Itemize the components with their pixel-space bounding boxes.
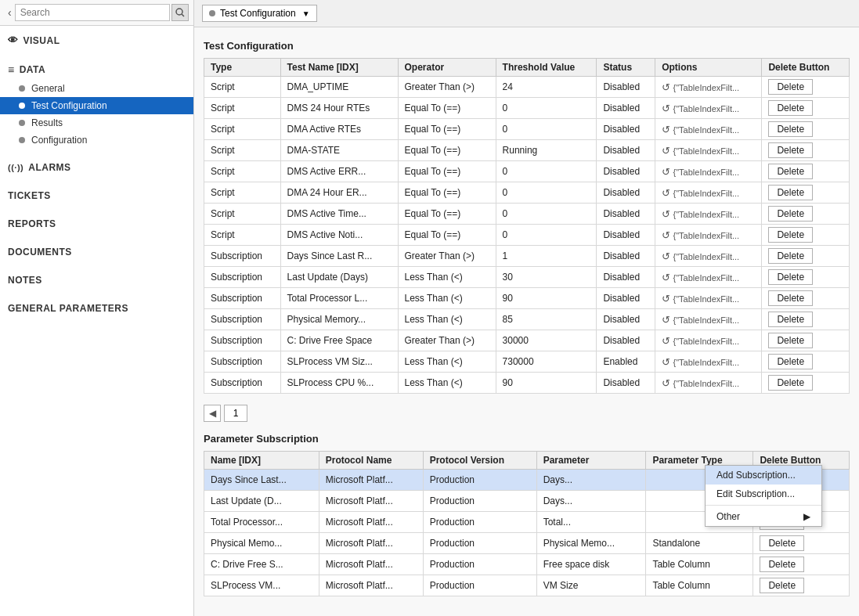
cell-threshold: 30 [496, 267, 597, 288]
refresh-icon[interactable]: ↺ [662, 166, 670, 178]
submenu-arrow-icon: ▶ [803, 511, 810, 522]
table-row: Script DMS 24 Hour RTEs Equal To (==) 0 … [204, 98, 850, 119]
delete-button[interactable]: Delete [768, 121, 813, 137]
delete-button[interactable]: Delete [768, 79, 813, 95]
cell-test-name: DMA 24 Hour ER... [280, 182, 398, 204]
delete-button[interactable]: Delete [768, 290, 813, 306]
cell-test-name: DMA-STATE [280, 140, 398, 161]
cell-status: Disabled [597, 77, 655, 98]
options-value: {"TableIndexFilt... [673, 358, 740, 367]
data-label: DATA [20, 64, 46, 75]
delete-button[interactable]: Delete [768, 206, 813, 222]
cell-delete: Delete [762, 119, 850, 140]
delete-button[interactable]: Delete [768, 333, 813, 348]
back-button[interactable]: ‹ [5, 3, 15, 22]
cell-operator: Greater Than (>) [398, 77, 496, 98]
cell-options: ↺ {"TableIndexFilt... [655, 204, 762, 225]
delete-button[interactable]: Delete [760, 557, 804, 572]
sidebar-item-data[interactable]: ≡ DATA [0, 59, 193, 80]
cell-protocol-version: Production [423, 554, 536, 575]
refresh-icon[interactable]: ↺ [662, 293, 670, 304]
cell-status: Enabled [597, 351, 655, 373]
options-value: {"TableIndexFilt... [673, 104, 740, 113]
nav-section-visual: 👁 VISUAL [0, 26, 193, 55]
sidebar-item-alarms[interactable]: ((·)) ALARMS [0, 158, 193, 177]
context-menu-item-add-subscription[interactable]: Add Subscription... [706, 466, 821, 485]
delete-button[interactable]: Delete [768, 312, 813, 327]
delete-button[interactable]: Delete [768, 164, 813, 179]
th-options: Options [655, 59, 762, 77]
documents-label: DOCUMENTS [8, 247, 72, 258]
search-input[interactable] [15, 4, 170, 21]
cell-status: Disabled [597, 119, 655, 140]
delete-button[interactable]: Delete [760, 578, 804, 593]
sidebar-item-general[interactable]: General [0, 80, 193, 97]
cell-name: Total Processor... [204, 512, 319, 533]
cell-operator: Greater Than (>) [398, 330, 496, 351]
sidebar-item-test-configuration[interactable]: Test Configuration [0, 97, 193, 114]
cell-type: Script [204, 77, 281, 98]
sidebar-item-tickets[interactable]: TICKETS [0, 186, 193, 205]
sidebar-item-visual[interactable]: 👁 VISUAL [0, 31, 193, 50]
config-dot [209, 10, 215, 16]
table-row: Subscription Last Update (Days) Less Tha… [204, 267, 850, 288]
refresh-icon[interactable]: ↺ [662, 124, 670, 135]
sidebar-item-general-parameters[interactable]: GENERAL PARAMETERS [0, 299, 193, 318]
refresh-icon[interactable]: ↺ [662, 208, 670, 220]
delete-button[interactable]: Delete [760, 535, 804, 551]
delete-button[interactable]: Delete [768, 185, 813, 200]
delete-button[interactable]: Delete [768, 227, 813, 243]
cell-threshold: 30000 [496, 330, 597, 351]
refresh-icon[interactable]: ↺ [662, 377, 670, 389]
context-menu-item-other[interactable]: Other ▶ [706, 507, 821, 526]
refresh-icon[interactable]: ↺ [662, 356, 670, 368]
context-menu: Add Subscription... Edit Subscription...… [705, 465, 822, 527]
delete-button[interactable]: Delete [768, 269, 813, 285]
delete-button[interactable]: Delete [768, 354, 813, 369]
test-config-section-title: Test Configuration [204, 40, 850, 52]
general-label: General [31, 83, 65, 94]
cell-threshold: 90 [496, 373, 597, 394]
refresh-icon[interactable]: ↺ [662, 229, 670, 241]
delete-button[interactable]: Delete [768, 100, 813, 116]
refresh-icon[interactable]: ↺ [662, 187, 670, 199]
config-dropdown[interactable]: Test Configuration ▼ [202, 5, 317, 22]
delete-button[interactable]: Delete [768, 248, 813, 264]
cell-options: ↺ {"TableIndexFilt... [655, 161, 762, 182]
sidebar-item-notes[interactable]: NOTES [0, 271, 193, 290]
refresh-icon[interactable]: ↺ [662, 145, 670, 157]
cell-options: ↺ {"TableIndexFilt... [655, 351, 762, 373]
refresh-icon[interactable]: ↺ [662, 250, 670, 262]
cell-protocol-name: Microsoft Platf... [319, 554, 423, 575]
sidebar-item-reports[interactable]: REPORTS [0, 214, 193, 233]
other-label: Other [716, 511, 740, 522]
refresh-icon[interactable]: ↺ [662, 335, 670, 347]
delete-button[interactable]: Delete [768, 375, 813, 391]
cell-delete: Delete [762, 161, 850, 182]
context-menu-item-edit-subscription[interactable]: Edit Subscription... [706, 485, 821, 503]
cell-threshold: 0 [496, 225, 597, 246]
th-protocol-version: Protocol Version [423, 452, 536, 470]
delete-button[interactable]: Delete [768, 142, 813, 158]
cell-type: Script [204, 225, 281, 246]
refresh-icon[interactable]: ↺ [662, 103, 670, 114]
refresh-icon[interactable]: ↺ [662, 272, 670, 283]
sidebar-item-configuration[interactable]: Configuration [0, 131, 193, 149]
cell-type: Subscription [204, 351, 281, 373]
sidebar-item-documents[interactable]: DOCUMENTS [0, 243, 193, 261]
cell-options: ↺ {"TableIndexFilt... [655, 373, 762, 394]
prev-page-button[interactable]: ◀ [204, 405, 221, 422]
general-dot [19, 85, 25, 92]
main-content: Test Configuration ▼ Test Configuration … [194, 0, 859, 616]
search-button[interactable] [171, 4, 189, 21]
th-parameter: Parameter [536, 452, 646, 470]
cell-type: Subscription [204, 330, 281, 351]
refresh-icon[interactable]: ↺ [662, 81, 670, 93]
refresh-icon[interactable]: ↺ [662, 314, 670, 326]
sidebar-item-results[interactable]: Results [0, 114, 193, 131]
cell-delete: Delete [762, 288, 850, 309]
cell-protocol-version: Production [423, 470, 536, 491]
cell-options: ↺ {"TableIndexFilt... [655, 182, 762, 204]
cell-threshold: 85 [496, 309, 597, 330]
cell-parameter: Total... [536, 512, 646, 533]
